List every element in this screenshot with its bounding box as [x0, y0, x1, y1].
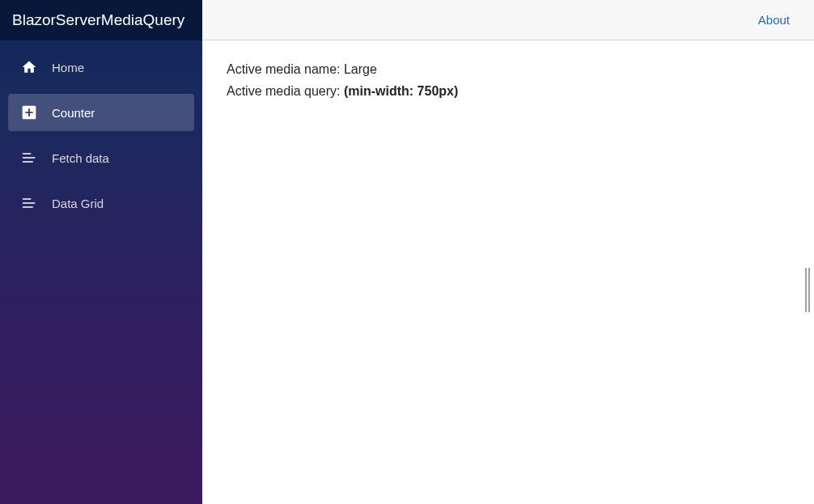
nav-item-data-grid[interactable]: Data Grid — [8, 184, 194, 222]
nav-item-label: Data Grid — [52, 197, 104, 210]
nav-item-label: Fetch data — [52, 151, 109, 165]
nav-item-label: Home — [52, 61, 84, 74]
app-brand: BlazorServerMediaQuery — [0, 0, 202, 40]
plus-icon — [21, 104, 37, 121]
nav-item-counter[interactable]: Counter — [8, 94, 194, 131]
list-icon — [21, 150, 37, 166]
media-query-value: (min-width: 750px) — [344, 84, 458, 98]
content: Active media name: Large Active media qu… — [202, 40, 814, 504]
list-icon — [21, 195, 37, 211]
sidebar: BlazorServerMediaQuery Home Counter Fetc… — [0, 0, 202, 504]
media-query-line: Active media query: (min-width: 750px) — [227, 80, 790, 102]
media-name-line: Active media name: Large — [227, 58, 790, 80]
main-area: About Active media name: Large Active me… — [202, 0, 814, 504]
nav-item-home[interactable]: Home — [8, 49, 194, 86]
nav-item-fetch-data[interactable]: Fetch data — [8, 139, 194, 176]
about-link[interactable]: About — [758, 13, 790, 27]
nav-item-label: Counter — [52, 106, 95, 120]
media-name-value: Large — [344, 62, 377, 76]
media-name-label: Active media name: — [227, 62, 344, 76]
home-icon — [21, 59, 37, 75]
media-query-label: Active media query: — [227, 84, 344, 98]
topbar: About — [202, 0, 814, 40]
scroll-indicator[interactable] — [803, 268, 812, 312]
nav-list: Home Counter Fetch data Data Grid — [0, 40, 202, 238]
